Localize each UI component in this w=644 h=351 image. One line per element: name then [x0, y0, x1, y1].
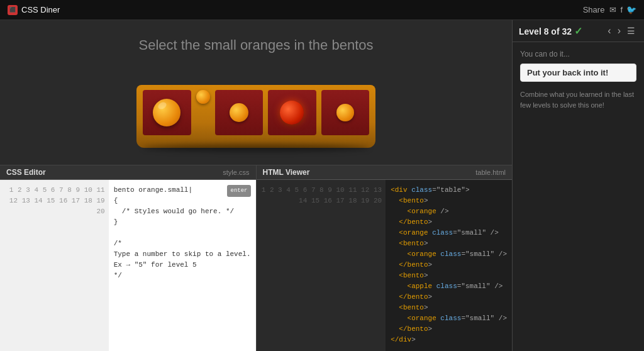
share-area: Share ✉ f 🐦 — [583, 5, 636, 14]
code-area: CSS Editor style.css 1 2 3 4 5 6 7 8 9 1… — [0, 165, 512, 351]
next-level-button[interactable]: › — [615, 24, 623, 38]
bento-cell-3 — [268, 90, 316, 135]
hint-box: Put your back into it! — [520, 64, 636, 82]
orange-small-outside — [196, 90, 210, 119]
menu-button[interactable]: ☰ — [625, 25, 638, 37]
orange-medium-1 — [230, 103, 248, 122]
orange-small-2 — [336, 104, 354, 121]
html-viewer-panel: HTML Viewer table.html 1 2 3 4 5 6 7 8 9… — [257, 165, 513, 351]
bento-cell-4 — [321, 90, 370, 135]
bento-cell-1 — [143, 90, 191, 135]
left-area: Select the small oranges in the bentos — [0, 20, 512, 351]
game-title: Select the small oranges in the bentos — [138, 37, 373, 53]
facebook-icon[interactable]: f — [620, 5, 623, 14]
bento-cell-2 — [215, 90, 264, 135]
css-editor-header: CSS Editor style.css — [0, 165, 256, 180]
top-bar: ⬛ CSS Diner Share ✉ f 🐦 — [0, 0, 644, 20]
share-label: Share — [583, 5, 605, 14]
enter-badge: enter — [227, 185, 250, 197]
orange-red-1 — [280, 101, 304, 125]
bento-tray — [136, 85, 375, 148]
bento-scene — [136, 66, 375, 148]
orange-large-1 — [153, 99, 180, 126]
app-title-label: CSS Diner — [21, 5, 60, 14]
css-editor-title: CSS Editor — [6, 168, 46, 177]
css-icon: ⬛ — [8, 5, 18, 15]
sidebar-header: Level 8 of 32 ✓ ‹ › ☰ — [513, 20, 644, 42]
prev-level-button[interactable]: ‹ — [605, 24, 613, 38]
check-mark: ✓ — [574, 26, 582, 36]
css-editor-panel: CSS Editor style.css 1 2 3 4 5 6 7 8 9 1… — [0, 165, 257, 351]
app-title: ⬛ CSS Diner — [8, 5, 60, 15]
hint-description: Combine what you learned in the last few… — [520, 89, 636, 110]
right-sidebar: Level 8 of 32 ✓ ‹ › ☰ You can do it... P… — [512, 20, 644, 351]
game-area: Select the small oranges in the bentos — [0, 20, 512, 165]
orange-small-1 — [196, 90, 210, 104]
css-editor-filename: style.css — [223, 169, 249, 176]
html-viewer-title: HTML Viewer — [263, 168, 310, 177]
email-icon[interactable]: ✉ — [609, 5, 616, 14]
sidebar-content: You can do it... Put your back into it! … — [513, 42, 644, 351]
bento-shadow — [143, 144, 369, 152]
css-editor-content[interactable]: 1 2 3 4 5 6 7 8 9 10 11 12 13 14 15 16 1… — [0, 180, 256, 351]
html-line-numbers: 1 2 3 4 5 6 7 8 9 10 11 12 13 14 15 16 1… — [257, 180, 386, 351]
twitter-icon[interactable]: 🐦 — [626, 5, 636, 14]
css-line-numbers: 1 2 3 4 5 6 7 8 9 10 11 12 13 14 15 16 1… — [0, 180, 109, 351]
css-code-text[interactable]: enterbento orange.small| { /* Styles wou… — [109, 180, 256, 351]
nav-buttons: ‹ › ☰ — [605, 24, 638, 38]
level-label: Level 8 of 32 — [519, 26, 572, 36]
html-viewer-content: 1 2 3 4 5 6 7 8 9 10 11 12 13 14 15 16 1… — [257, 180, 513, 351]
level-text: Level 8 of 32 ✓ — [519, 25, 582, 37]
share-icons: ✉ f 🐦 — [609, 5, 636, 14]
html-code-text: <div class="table"> <bento> <orange /> <… — [386, 180, 512, 351]
main-content: Select the small oranges in the bentos — [0, 20, 644, 351]
you-can-do-label: You can do it... — [520, 50, 636, 58]
html-viewer-header: HTML Viewer table.html — [257, 165, 513, 180]
html-viewer-filename: table.html — [475, 169, 506, 176]
